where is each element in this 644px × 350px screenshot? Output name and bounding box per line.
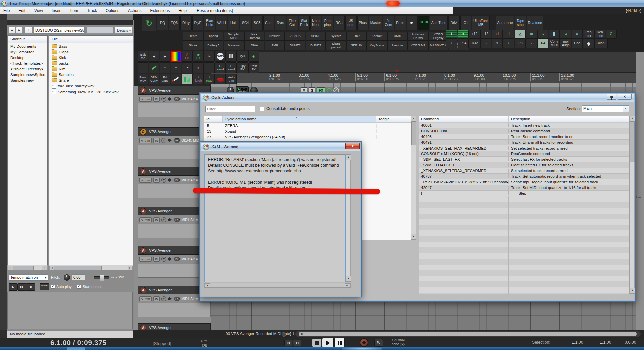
- fx-toolbar-button[interactable]: Rea tune: [527, 16, 544, 30]
- global-automation-block[interactable]: ∧ GLOBAL none ▼: [392, 339, 405, 346]
- tcp-tool-button[interactable]: SWS: [215, 51, 226, 62]
- pause-button[interactable]: [334, 338, 345, 347]
- menu-item[interactable]: View: [34, 8, 43, 13]
- command-row[interactable]: CONSOLE x M1 (KORG) (16 out)ReaConsole c…: [419, 151, 629, 157]
- folder-item[interactable]: Claps: [49, 49, 133, 55]
- instrument-button[interactable]: Nexus2: [265, 32, 285, 41]
- instrument-button[interactable]: DUNE3: [306, 41, 326, 50]
- folder-item[interactable]: Bass: [49, 43, 133, 49]
- section-dropdown-chevron[interactable]: ▼: [623, 106, 629, 112]
- fx-toolbar-button[interactable]: Slat Rack: [299, 16, 310, 30]
- search-input[interactable]: [87, 27, 113, 34]
- fx-toolbar-button[interactable]: JS cuto: [345, 16, 357, 30]
- tcp-tool-button[interactable]: ✂: [160, 62, 170, 73]
- toolbar-button[interactable]: Ren ster: [583, 30, 594, 39]
- tcp-tool-button[interactable]: ∿: [204, 51, 215, 62]
- input-button[interactable]: IN: [153, 178, 160, 183]
- folder-item[interactable]: Rim: [49, 66, 133, 72]
- command-row[interactable]: _RSa135d1e246de10731c138f9751bf5509ccbbb…: [419, 179, 629, 185]
- fx-toolbar-button[interactable]: 88:88: [418, 16, 429, 30]
- tcp-tool-button[interactable]: ∴: [204, 62, 215, 73]
- fx-toolbar-button[interactable]: Pan pinp: [322, 16, 333, 30]
- input-fx-badge[interactable]: FX: [174, 297, 180, 301]
- tcp-tool-button[interactable]: [215, 74, 226, 84]
- instrument-button[interactable]: SERUM: [346, 41, 367, 50]
- trim-button[interactable]: ∿trim: [139, 97, 152, 102]
- toolbar-button[interactable]: 1/32: [469, 39, 480, 48]
- selection-start[interactable]: 1.1.00: [572, 340, 583, 345]
- instrument-button[interactable]: MASSIVE X: [428, 41, 448, 50]
- nav-forward-button[interactable]: ►: [16, 27, 23, 34]
- folder-item[interactable]: packs: [49, 60, 133, 66]
- command-row[interactable]: CONSOLE i0mReaConsole command: [419, 128, 629, 134]
- input-dropdown-icon[interactable]: ▼: [161, 97, 166, 102]
- start-on-bar-checkbox[interactable]: [77, 285, 81, 289]
- tcp-tool-button[interactable]: Fill gaps: [160, 74, 170, 84]
- col-header-toggle[interactable]: Toggle: [376, 116, 416, 123]
- warning-close-button[interactable]: ×: [345, 143, 360, 149]
- instrument-button[interactable]: Xpand: [203, 32, 223, 41]
- track-name[interactable]: VPS Avenger: [149, 130, 172, 134]
- toolbar-button[interactable]: ColorG: [594, 39, 608, 48]
- input-button[interactable]: IN: [153, 217, 160, 222]
- preview-mute-button[interactable]: MUTE: [40, 283, 49, 290]
- instrument-button[interactable]: Sampler 5000: [224, 32, 244, 41]
- preview-play-button[interactable]: ▶: [9, 283, 17, 291]
- trim-button[interactable]: ∿trim: [139, 296, 152, 301]
- dialog-close-button[interactable]: ×: [618, 94, 632, 100]
- global-dropdown-icon[interactable]: ▼: [400, 343, 405, 346]
- fx-toolbar-button[interactable]: AutoTune: [430, 16, 448, 30]
- toolbar-button[interactable]: ♪: [480, 39, 491, 48]
- toolbar-button[interactable]: ⣿: [549, 30, 560, 39]
- fx-toolbar-button[interactable]: RCo: [334, 16, 345, 30]
- command-row[interactable]: !----- Step -----: [419, 191, 629, 196]
- instrument-button[interactable]: Massive: [224, 41, 244, 50]
- fx-toolbar-button[interactable]: EQ3: [169, 16, 180, 30]
- monitor-speaker-icon[interactable]: [168, 138, 172, 142]
- selection-end[interactable]: 1.1.00: [600, 340, 611, 345]
- toolbar-button[interactable]: ∞: [572, 30, 583, 39]
- command-row[interactable]: 40001Track: Insert new track: [419, 123, 629, 128]
- input-dropdown-icon[interactable]: ▼: [161, 138, 166, 143]
- arrange-hscrollbar[interactable]: [295, 331, 641, 337]
- pitch-knob[interactable]: [64, 274, 70, 281]
- menu-item[interactable]: Options: [106, 8, 119, 13]
- command-row[interactable]: _S&M_FLOATFXELFloat selected FX for sele…: [419, 162, 629, 168]
- shortcut-item[interactable]: My Computer: [8, 49, 47, 55]
- fx-toolbar-button[interactable]: Filte Cut: [287, 16, 298, 30]
- menu-item[interactable]: Item: [70, 8, 78, 13]
- tcp-tool-button[interactable]: Cpy FX: [237, 62, 248, 73]
- play-button[interactable]: [322, 338, 334, 347]
- tcp-tool-button[interactable]: P send: [226, 62, 237, 73]
- auto-play-checkbox[interactable]: [51, 285, 55, 289]
- nav-up-button[interactable]: ↑: [25, 27, 32, 34]
- menu-item[interactable]: File: [3, 8, 10, 13]
- input-fx-badge[interactable]: FX: [174, 218, 180, 222]
- tcp-tool-button[interactable]: ∧ read: [204, 74, 215, 84]
- monitor-speaker-icon[interactable]: [168, 178, 172, 182]
- instrument-button[interactable]: Repro: [183, 32, 203, 41]
- fx-toolbar-button[interactable]: Master: [369, 16, 382, 30]
- fx-toolbar-button[interactable]: VALH: [216, 16, 227, 30]
- selection-length[interactable]: 0.0.00: [625, 340, 636, 345]
- fx-toolbar-button[interactable]: C1: [460, 16, 471, 30]
- instrument-button[interactable]: DIVA: [244, 41, 264, 50]
- toolbar-button[interactable]: ⇑: [458, 30, 469, 39]
- instrument-button[interactable]: KORG M1: [408, 41, 428, 50]
- details-dropdown-arrow[interactable]: ▼: [129, 29, 131, 32]
- toolbar-button[interactable]: G: [606, 30, 617, 39]
- toolbar-button[interactable]: ▦: [526, 30, 537, 39]
- command-row[interactable]: 40737Track: Set automatic record-arm whe…: [419, 174, 629, 179]
- instrument-button[interactable]: Kick Romero: [244, 32, 264, 41]
- fx-toolbar-button[interactable]: EQ: [157, 16, 168, 30]
- track-name[interactable]: VPS Avenger: [149, 169, 172, 173]
- preview-stop-button[interactable]: ■: [26, 283, 35, 291]
- folder-item[interactable]: Samples: [49, 72, 133, 77]
- toolbar-button[interactable]: -12: [480, 30, 491, 39]
- tcp-tool-button[interactable]: ▶: [160, 51, 170, 62]
- toolbar-button[interactable]: [583, 39, 594, 48]
- toolbar-button[interactable]: Ren mon: [594, 30, 605, 39]
- track-body[interactable]: [138, 303, 211, 317]
- media-preview-area[interactable]: [7, 292, 133, 329]
- consolidate-checkbox[interactable]: [260, 107, 264, 111]
